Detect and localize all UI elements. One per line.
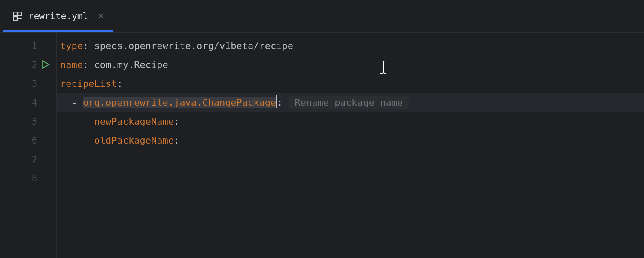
line-number: 6 <box>32 135 37 146</box>
indent <box>60 116 94 127</box>
gutter-line[interactable]: 1 <box>0 36 56 55</box>
yaml-sep: : <box>174 135 179 146</box>
code-line-5[interactable]: newPackageName: <box>57 112 644 131</box>
yaml-value: specs.openrewrite.org/v1beta/recipe <box>94 40 293 51</box>
yaml-sep: : <box>83 59 94 70</box>
editor: 1 2 3 4 5 6 7 8 type: specs.openrewrite.… <box>0 33 644 258</box>
svg-marker-6 <box>43 61 49 68</box>
yaml-key: oldPackageName <box>94 135 173 146</box>
line-number: 4 <box>32 97 37 108</box>
yaml-key: newPackageName <box>94 116 173 127</box>
svg-rect-2 <box>13 17 17 21</box>
yaml-sep: : <box>277 97 283 108</box>
inline-hint: Rename package name <box>289 96 409 109</box>
yaml-value: org.openrewrite.java.ChangePackage <box>83 97 276 108</box>
yaml-dash: - <box>72 97 83 108</box>
tab-filename: rewrite.yml <box>28 11 88 22</box>
yaml-key: recipeList <box>60 78 117 89</box>
gutter-line[interactable]: 5 <box>0 112 56 131</box>
code-area[interactable]: type: specs.openrewrite.org/v1beta/recip… <box>57 33 644 258</box>
gutter: 1 2 3 4 5 6 7 8 <box>0 33 57 258</box>
code-line-4[interactable]: - org.openrewrite.java.ChangePackage:Ren… <box>57 93 644 112</box>
close-icon[interactable] <box>97 11 104 22</box>
openrewrite-file-icon <box>12 11 23 22</box>
yaml-value: com.my.Recipe <box>94 59 168 70</box>
yaml-sep: : <box>117 78 122 89</box>
line-number: 3 <box>32 78 37 89</box>
line-number: 1 <box>32 40 37 51</box>
yaml-key: type <box>60 40 83 51</box>
gutter-line[interactable]: 4 <box>0 93 56 112</box>
code-line-6[interactable]: oldPackageName: <box>57 131 644 150</box>
gutter-line[interactable]: 8 <box>0 169 56 187</box>
line-number: 8 <box>32 173 37 184</box>
svg-rect-1 <box>18 12 22 16</box>
code-line-8[interactable] <box>57 169 644 187</box>
indent-guide <box>130 113 130 216</box>
tab-bar: rewrite.yml <box>0 0 644 33</box>
svg-rect-0 <box>13 12 17 16</box>
yaml-key: name <box>60 59 83 70</box>
indent <box>60 97 72 108</box>
yaml-sep: : <box>83 40 94 51</box>
run-icon[interactable] <box>41 60 50 69</box>
gutter-line[interactable]: 6 <box>0 131 56 150</box>
tab-rewrite-yml[interactable]: rewrite.yml <box>0 0 113 32</box>
code-line-7[interactable] <box>57 150 644 169</box>
line-number: 7 <box>32 154 37 165</box>
gutter-line[interactable]: 3 <box>0 74 56 93</box>
yaml-sep: : <box>174 116 179 127</box>
indent <box>60 135 94 146</box>
code-line-3[interactable]: recipeList: <box>57 74 644 93</box>
gutter-line[interactable]: 2 <box>0 55 56 74</box>
code-line-2[interactable]: name: com.my.Recipe <box>57 55 644 74</box>
gutter-line[interactable]: 7 <box>0 150 56 169</box>
code-line-1[interactable]: type: specs.openrewrite.org/v1beta/recip… <box>57 36 644 55</box>
line-number: 2 <box>32 59 37 70</box>
line-number: 5 <box>32 116 37 127</box>
